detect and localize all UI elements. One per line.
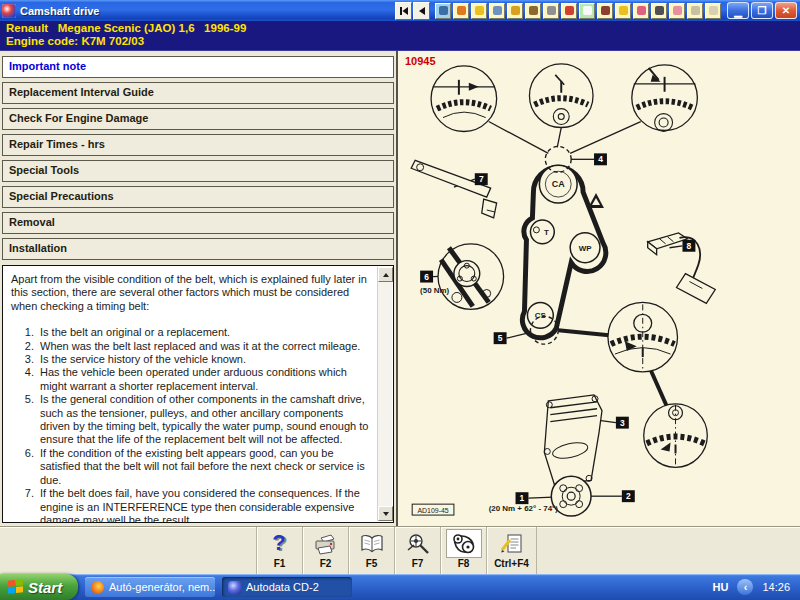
callout-2: 2 <box>622 490 635 502</box>
detail-view-tensioner-bolt <box>438 244 504 310</box>
tensioner-pulley <box>530 220 554 244</box>
pulley-label-t: T <box>544 228 549 237</box>
svg-text:?: ? <box>272 532 285 555</box>
article-list-item: Is the belt an original or a replacement… <box>37 326 369 339</box>
detail-view-crankshaft-mark <box>644 404 708 468</box>
detail-view-camshaft-mark-right <box>632 65 698 132</box>
article-list: Is the belt an original or a replacement… <box>11 326 369 523</box>
minimize-button[interactable]: ▁ <box>727 2 749 19</box>
windows-logo-icon <box>8 579 23 595</box>
system-tray: HU ‹ 14:26 <box>713 579 800 595</box>
title-bar: Camshaft drive ▁ ❐ ✕ <box>0 0 800 21</box>
svg-text:6: 6 <box>424 272 429 282</box>
passengers-icon[interactable] <box>489 3 505 19</box>
scroll-down-button[interactable] <box>378 506 393 521</box>
steam-wash-icon[interactable] <box>435 3 451 19</box>
article-list-item: Has the vehicle been operated under ardu… <box>37 366 369 393</box>
back-arrow-icon <box>417 6 427 16</box>
svg-text:2: 2 <box>626 491 631 501</box>
autodata-icon <box>228 581 241 594</box>
vehicle-header: Renault Megane Scenic (JAO) 1,6 1996-99 … <box>0 21 800 51</box>
titlebar-icon-strip <box>433 3 721 19</box>
main-area: Important note Replacement Interval Guid… <box>0 51 800 526</box>
service-timer-icon[interactable] <box>453 3 469 19</box>
figure-ref-box: AD109-45 <box>412 504 454 515</box>
callout-7: 7 <box>475 173 488 185</box>
window-controls: ▁ ❐ ✕ <box>727 2 797 19</box>
help-icon: ? ? <box>269 532 291 556</box>
help-button[interactable]: ? ? F1 <box>257 527 303 574</box>
print-button[interactable]: F2 <box>303 527 349 574</box>
diagram-panel: 10945 <box>396 51 800 526</box>
radiator-icon[interactable] <box>525 3 541 19</box>
vehicle-title: Renault Megane Scenic (JAO) 1,6 1996-99 <box>6 22 800 35</box>
menu-item-replacement-interval-guide[interactable]: Replacement Interval Guide <box>2 82 394 104</box>
callout-6: 6 <box>420 271 433 283</box>
function-bar: ? ? F1 F2 <box>0 526 800 574</box>
diagnostic-tool-icon[interactable] <box>543 3 559 19</box>
print-icon <box>313 532 339 556</box>
figure-ref-label: AD109-45 <box>417 507 448 514</box>
scroll-up-icon <box>383 273 389 277</box>
menu-item-removal[interactable]: Removal <box>2 212 394 234</box>
nav-first-back-button[interactable] <box>395 2 412 20</box>
restore-button[interactable]: ❐ <box>751 2 773 19</box>
car-key-icon[interactable] <box>471 3 487 19</box>
svg-text:8: 8 <box>687 241 692 251</box>
manual-button[interactable]: F5 <box>349 527 395 574</box>
pulley-label-wp: WP <box>579 244 592 253</box>
menu-item-installation[interactable]: Installation <box>2 238 394 260</box>
helmet-question-icon[interactable] <box>615 3 631 19</box>
car-outline-icon[interactable] <box>687 3 703 19</box>
timing-belt-diagram: 4 7 6 5 8 3 1 2 CA T WP CS (50 Nm) (20 N… <box>398 51 800 526</box>
document-icon[interactable] <box>705 3 721 19</box>
svg-text:1: 1 <box>520 493 525 503</box>
callout-8: 8 <box>682 240 695 252</box>
first-aid-icon[interactable] <box>669 3 685 19</box>
menu-item-repair-times[interactable]: Repair Times - hrs <box>2 134 394 156</box>
search-tool-button[interactable]: F7 <box>395 527 441 574</box>
camshaft-drive-button[interactable]: F8 <box>441 527 487 574</box>
pulley-label-cs: CS <box>535 311 546 320</box>
app-icon <box>2 4 16 18</box>
article-list-item: When was the belt last replaced and was … <box>37 340 369 353</box>
figure-number: 10945 <box>405 55 436 67</box>
crank-torque-label: (20 Nm + 62° - 74°) <box>489 504 559 513</box>
close-button[interactable]: ✕ <box>775 2 797 19</box>
menu-item-special-tools[interactable]: Special Tools <box>2 160 394 182</box>
airbag-icon[interactable] <box>633 3 649 19</box>
hand-tools-icon[interactable] <box>597 3 613 19</box>
detail-view-camshaft-mark-centre <box>529 64 593 128</box>
belt-tension-gauge <box>648 233 716 304</box>
timing-belt-icon <box>450 532 478 556</box>
taskbar-clock: 14:26 <box>762 581 790 593</box>
start-button[interactable]: Start <box>0 574 78 600</box>
callout-3: 3 <box>616 417 629 429</box>
article-scrollbar[interactable] <box>377 267 392 521</box>
article-list-item: If the belt does fail, have you consider… <box>37 487 369 523</box>
firefox-icon <box>91 581 104 594</box>
taskbar-task-browser[interactable]: Autó-generátor, nem... <box>85 577 215 597</box>
belt-direction-marker <box>588 193 604 208</box>
menu-item-special-precautions[interactable]: Special Precautions <box>2 186 394 208</box>
scroll-up-button[interactable] <box>378 267 393 282</box>
taskbar-task-autodata[interactable]: Autodata CD-2 <box>222 577 352 597</box>
language-indicator[interactable]: HU <box>713 581 729 593</box>
scroll-down-icon <box>383 512 389 516</box>
tyre-icon[interactable] <box>651 3 667 19</box>
article-list-item: If the condition of the existing belt ap… <box>37 447 369 487</box>
article-list-item: Is the general condition of other compon… <box>37 393 369 447</box>
article-list-item: Is the service history of the vehicle kn… <box>37 353 369 366</box>
callout-4: 4 <box>594 153 607 165</box>
tow-truck-icon[interactable] <box>507 3 523 19</box>
menu-item-check-for-engine-damage[interactable]: Check For Engine Damage <box>2 108 394 130</box>
car-body-icon[interactable] <box>579 3 595 19</box>
car-lift-icon[interactable] <box>561 3 577 19</box>
hide-icons-button[interactable]: ‹ <box>737 579 753 595</box>
menu-item-important-note[interactable]: Important note <box>2 56 394 78</box>
engine-code: Engine code: K7M 702/03 <box>6 35 800 48</box>
left-panel: Important note Replacement Interval Guid… <box>0 51 396 526</box>
nav-back-button[interactable] <box>413 2 430 20</box>
function-button-row: ? ? F1 F2 <box>256 527 800 574</box>
notes-button[interactable]: Ctrl+F4 <box>487 527 537 574</box>
